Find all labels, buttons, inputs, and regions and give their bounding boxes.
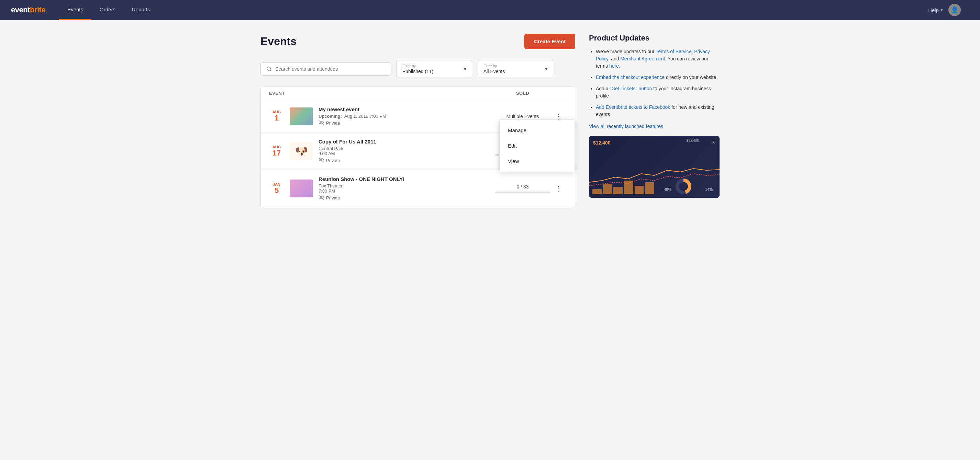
event-private: Private bbox=[318, 120, 495, 126]
chart-bar bbox=[603, 184, 612, 194]
event-name: Copy of For Us All 2011 bbox=[318, 139, 495, 144]
private-icon bbox=[318, 120, 324, 126]
sold-progress-bar bbox=[495, 192, 550, 193]
event-sold: 0 / 33 bbox=[495, 184, 550, 193]
list-item: Embed the checkout experience directly o… bbox=[596, 74, 719, 81]
filter1-label: Filter by bbox=[402, 64, 433, 68]
list-item: We've made updates to our Terms of Servi… bbox=[596, 48, 719, 70]
event-info: Copy of For Us All 2011 Central Park 9:0… bbox=[318, 139, 495, 163]
view-all-features-link[interactable]: View all recently launched features bbox=[589, 124, 719, 129]
event-time: 9:00 AM bbox=[318, 151, 335, 156]
page-header: Events Create Event bbox=[261, 33, 575, 49]
filters-row: Filter by Published (11) ▾ Filter by All… bbox=[261, 60, 575, 78]
list-item: Add a "Get Tickets" button to your Insta… bbox=[596, 85, 719, 100]
col-event-header: Event bbox=[269, 90, 495, 96]
terms-of-service-link[interactable]: Terms of Service bbox=[655, 49, 691, 54]
navigation: eventbrite Events Orders Reports Help ▾ … bbox=[0, 0, 980, 20]
chart-secondary-label: 30 bbox=[711, 140, 716, 144]
event-meta: Central Park 9:00 AM bbox=[318, 146, 495, 156]
embed-checkout-link[interactable]: Embed the checkout experience bbox=[596, 75, 665, 80]
help-chevron-icon: ▾ bbox=[941, 8, 943, 13]
event-day: 17 bbox=[269, 149, 284, 157]
event-day: 5 bbox=[269, 186, 284, 195]
chart-bar bbox=[624, 181, 633, 194]
event-info: Reunion Show - ONE NIGHT ONLY! Fox Theat… bbox=[318, 176, 495, 201]
page-container: Events Create Event Filter by Published … bbox=[250, 20, 730, 221]
col-sold-header: Sold bbox=[495, 90, 550, 96]
private-label: Private bbox=[326, 121, 340, 125]
chart-bar bbox=[645, 182, 654, 194]
event-private: Private bbox=[318, 157, 495, 163]
filter2-label: Filter by bbox=[484, 64, 505, 68]
chart-percent-label: 48% bbox=[664, 187, 671, 192]
chart-percent-label2: 14% bbox=[705, 187, 713, 192]
nav-right: Help ▾ 👤 ▾ bbox=[928, 4, 969, 16]
search-input[interactable] bbox=[275, 66, 385, 72]
filter-published-select[interactable]: Filter by Published (11) ▾ bbox=[396, 60, 472, 78]
event-private: Private bbox=[318, 195, 495, 201]
product-updates-title: Product Updates bbox=[589, 33, 719, 43]
list-item: Add Eventbrite tickets to Facebook for n… bbox=[596, 104, 719, 118]
chart-right-value: $22,400 bbox=[687, 139, 699, 143]
dropdown-menu: Manage Edit View bbox=[499, 119, 575, 172]
search-box[interactable] bbox=[261, 62, 391, 76]
dropdown-manage[interactable]: Manage bbox=[500, 122, 574, 138]
nav-reports[interactable]: Reports bbox=[124, 0, 158, 20]
sidebar: Product Updates We've made updates to ou… bbox=[589, 33, 719, 207]
private-icon bbox=[318, 195, 324, 201]
private-label: Private bbox=[326, 158, 340, 163]
event-venue: Fox Theater bbox=[318, 183, 343, 189]
table-row: Aug 1 My newest event Upcoming: Aug 1, 2… bbox=[261, 100, 575, 133]
event-venue: Central Park bbox=[318, 146, 343, 151]
nav-orders[interactable]: Orders bbox=[91, 0, 124, 20]
event-meta-label: Upcoming: bbox=[318, 114, 342, 119]
private-label: Private bbox=[326, 195, 340, 200]
event-menu-button[interactable]: ⋮ bbox=[552, 184, 565, 193]
page-title: Events bbox=[261, 35, 296, 48]
dropdown-view[interactable]: View bbox=[500, 154, 574, 169]
event-date: Aug 17 bbox=[269, 145, 284, 157]
avatar-chevron-icon: ▾ bbox=[967, 8, 969, 13]
event-thumbnail bbox=[290, 108, 313, 125]
chart-bar bbox=[613, 187, 623, 195]
event-time: 7:00 PM bbox=[318, 189, 335, 194]
event-date: Aug 1 bbox=[269, 110, 284, 122]
search-icon bbox=[266, 66, 272, 72]
event-thumbnail bbox=[290, 179, 313, 197]
facebook-tickets-link[interactable]: Add Eventbrite tickets to Facebook bbox=[596, 105, 670, 110]
event-meta: Fox Theater 7:00 PM bbox=[318, 183, 495, 194]
help-menu[interactable]: Help ▾ bbox=[928, 7, 943, 13]
logo[interactable]: eventbrite bbox=[11, 5, 45, 14]
nav-links: Events Orders Reports bbox=[59, 0, 158, 20]
filter2-chevron-icon: ▾ bbox=[545, 66, 547, 72]
event-info: My newest event Upcoming: Aug 1, 2019 7:… bbox=[318, 106, 495, 126]
filter-events-select[interactable]: Filter by All Events ▾ bbox=[477, 60, 553, 78]
event-thumbnail: 🐶 bbox=[290, 142, 313, 160]
filter1-chevron-icon: ▾ bbox=[464, 66, 466, 72]
event-date: Jan 5 bbox=[269, 182, 284, 195]
event-meta: Upcoming: Aug 1, 2019 7:00 PM bbox=[318, 114, 495, 119]
merchant-agreement-link[interactable]: Merchant Agreement bbox=[620, 56, 665, 62]
chart-bar bbox=[592, 189, 602, 194]
chart-bars bbox=[592, 177, 654, 194]
event-name: Reunion Show - ONE NIGHT ONLY! bbox=[318, 176, 495, 182]
analytics-preview: $12,400 30 bbox=[589, 136, 719, 198]
dropdown-edit[interactable]: Edit bbox=[500, 138, 574, 154]
create-event-button[interactable]: Create Event bbox=[524, 33, 575, 49]
svg-line-1 bbox=[270, 70, 272, 71]
main-content: Events Create Event Filter by Published … bbox=[261, 33, 575, 207]
donut-chart-svg bbox=[675, 178, 692, 195]
nav-events[interactable]: Events bbox=[59, 0, 91, 20]
event-meta-value: Aug 1, 2019 7:00 PM bbox=[344, 114, 386, 119]
table-header: Event Sold bbox=[261, 87, 575, 100]
table-row: Jan 5 Reunion Show - ONE NIGHT ONLY! Fox… bbox=[261, 170, 575, 207]
filter2-value: All Events bbox=[484, 69, 505, 74]
event-actions: ⋮ bbox=[550, 184, 566, 193]
analytics-chart: $12,400 30 bbox=[589, 136, 719, 198]
updates-list: We've made updates to our Terms of Servi… bbox=[589, 48, 719, 118]
get-tickets-button-link[interactable]: "Get Tickets" button bbox=[609, 86, 652, 91]
event-sold: Multiple Events bbox=[495, 114, 550, 119]
chart-value-label: $12,400 bbox=[593, 140, 611, 146]
here-link[interactable]: here bbox=[609, 63, 619, 69]
user-avatar[interactable]: 👤 bbox=[948, 4, 961, 16]
